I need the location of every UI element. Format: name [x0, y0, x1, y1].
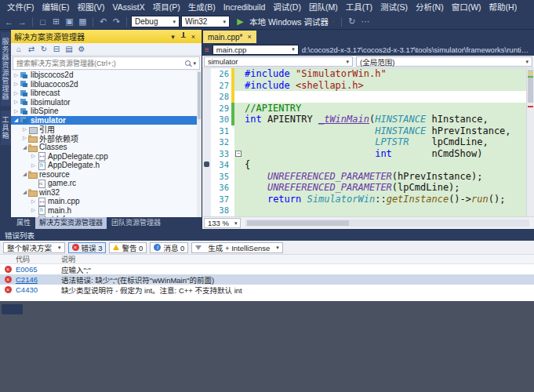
- menu-item-4[interactable]: 项目(P): [149, 0, 184, 14]
- tree-item-libsimulator[interactable]: ▷libsimulator: [11, 98, 202, 107]
- error-row-C4430[interactable]: ×C4430缺少类型说明符 - 假定为 int。注意: C++ 不支持默认 in…: [0, 285, 534, 295]
- code-line-31[interactable]: 31 HINSTANCE hPrevInstance,: [202, 125, 526, 137]
- breakpoint-margin[interactable]: [202, 114, 211, 125]
- breakpoint-margin[interactable]: [202, 68, 211, 80]
- error-code-cell[interactable]: E0065: [16, 265, 61, 274]
- breakpoint-margin[interactable]: [202, 91, 211, 103]
- redo-icon[interactable]: ↷: [111, 16, 122, 27]
- close-icon[interactable]: ×: [247, 33, 251, 41]
- editor-horizontal-scrollbar[interactable]: [245, 220, 529, 227]
- error-code-link[interactable]: E0065: [16, 265, 37, 274]
- breakpoint-margin[interactable]: [202, 148, 211, 160]
- expander-icon[interactable]: ▷: [30, 162, 37, 169]
- code-line-37[interactable]: 37 return SimulatorWin::getInstance()->r…: [202, 194, 526, 205]
- tree-item-game.rc[interactable]: game.rc: [11, 179, 202, 188]
- code-editor[interactable]: 26#include "SimulatorWin.h"27#include <s…: [202, 68, 534, 216]
- tree-item-main.h[interactable]: ▷main.h: [11, 206, 202, 216]
- open-file-icon[interactable]: ⊞: [50, 16, 62, 27]
- menu-item-10[interactable]: 测试(S): [376, 0, 412, 14]
- tree-item-AppDelegate.cpp[interactable]: ▷AppDelegate.cpp: [11, 152, 202, 162]
- code-line-29[interactable]: 29//APIENTRY: [202, 103, 526, 114]
- tree-item-libjscocos2d[interactable]: ▷libjscocos2d: [11, 71, 202, 80]
- menu-item-9[interactable]: 工具(T): [342, 0, 376, 14]
- code-line-32[interactable]: 32 LPTSTR lpCmdLine,: [202, 136, 526, 148]
- menu-item-8[interactable]: 团队(M): [305, 0, 342, 14]
- close-icon[interactable]: ×: [188, 33, 198, 41]
- expander-icon[interactable]: ◢: [21, 189, 28, 195]
- tree-item-main.cpp[interactable]: ▷main.cpp: [11, 197, 202, 206]
- menu-item-7[interactable]: 调试(D): [269, 0, 305, 14]
- expander-icon[interactable]: ▷: [30, 198, 37, 205]
- properties-icon[interactable]: ⚙: [76, 45, 87, 53]
- expander-icon[interactable]: ◢: [13, 117, 20, 123]
- navigate-back-icon[interactable]: ←: [3, 17, 15, 27]
- menu-item-3[interactable]: VAssistX: [108, 0, 148, 14]
- file-combo[interactable]: main.cpp ▾: [213, 45, 299, 55]
- expander-icon[interactable]: ▷: [30, 207, 37, 213]
- expander-icon[interactable]: ▷: [21, 135, 28, 141]
- description-column-header[interactable]: 说明: [61, 254, 534, 264]
- solution-explorer-header[interactable]: 解决方案资源管理器 ▾ ×: [11, 30, 202, 43]
- solution-platform-combo[interactable]: Win32 ▾: [181, 16, 230, 27]
- menu-item-11[interactable]: 分析(N): [412, 0, 448, 14]
- error-code-cell[interactable]: C4430: [16, 285, 61, 294]
- more-commands-icon[interactable]: ⋯: [359, 16, 371, 27]
- code-line-38[interactable]: 38: [202, 205, 526, 216]
- breakpoint-margin[interactable]: [202, 182, 211, 194]
- expander-icon[interactable]: ◢: [21, 144, 28, 151]
- tree-item-win32[interactable]: ◢win32: [11, 188, 202, 198]
- code-line-30[interactable]: 30int APIENTRY _tWinMain(HINSTANCE hInst…: [202, 114, 526, 125]
- code-column-header[interactable]: 代码: [16, 254, 61, 264]
- scrollbar-thumb[interactable]: [247, 220, 349, 226]
- expander-icon[interactable]: ▷: [13, 81, 20, 87]
- chevron-down-icon[interactable]: ▾: [193, 60, 196, 67]
- save-all-icon[interactable]: ▦: [77, 16, 89, 27]
- tool-window-tab-0[interactable]: 服务器资源管理器: [1, 32, 11, 106]
- tree-item-librecast[interactable]: ▷librecast: [11, 89, 202, 98]
- expander-icon[interactable]: ▷: [13, 72, 20, 78]
- editor-vertical-scrollbar[interactable]: [526, 68, 534, 216]
- project-combo[interactable]: simulator ▾: [204, 56, 353, 67]
- zoom-combo[interactable]: 133 % ▾: [204, 218, 241, 228]
- bottom-tab-1[interactable]: 解决方案资源管理器: [35, 216, 107, 229]
- collapse-all-icon[interactable]: ⊟: [51, 45, 62, 53]
- expander-icon[interactable]: ▷: [30, 153, 37, 159]
- document-tab-main-cpp[interactable]: main.cpp* ×: [203, 31, 256, 43]
- menu-item-6[interactable]: Incredibuild: [220, 0, 270, 14]
- expander-icon[interactable]: ▷: [21, 126, 28, 132]
- refresh-icon[interactable]: ↻: [346, 16, 358, 27]
- warnings-filter-button[interactable]: 警告 0: [109, 242, 147, 253]
- code-line-26[interactable]: 26#include "SimulatorWin.h": [202, 68, 526, 80]
- error-source-combo[interactable]: 生成 + IntelliSense ▾: [191, 242, 282, 253]
- error-scope-combo[interactable]: 整个解决方案 ▾: [3, 242, 65, 253]
- breakpoint-margin[interactable]: [202, 159, 211, 171]
- breakpoint-margin[interactable]: [202, 103, 211, 114]
- expander-icon[interactable]: ▷: [30, 216, 37, 217]
- tree-scrollbar[interactable]: [197, 71, 202, 217]
- bottom-tab-0[interactable]: 属性: [13, 216, 35, 229]
- breakpoint-margin[interactable]: [202, 205, 211, 216]
- menu-item-13[interactable]: 帮助(H): [485, 0, 521, 14]
- refresh-icon[interactable]: ↻: [38, 45, 49, 53]
- errors-filter-button[interactable]: × 错误 3: [68, 242, 107, 253]
- solution-search-box[interactable]: ▾: [13, 56, 200, 70]
- scrollbar-thumb[interactable]: [528, 70, 533, 103]
- menu-item-1[interactable]: 编辑(E): [38, 0, 73, 14]
- scope-combo[interactable]: (全局范围) ▾: [356, 56, 532, 67]
- solution-configuration-combo[interactable]: Debug ▾: [131, 16, 180, 27]
- save-icon[interactable]: ▣: [64, 16, 75, 27]
- tree-item-外部依赖项[interactable]: ▷外部依赖项: [11, 134, 202, 143]
- new-file-icon[interactable]: □: [37, 17, 49, 27]
- tree-item-引用[interactable]: ▷引用: [11, 125, 202, 134]
- error-code-link[interactable]: C2146: [16, 275, 38, 284]
- tree-item-simulator[interactable]: ◢simulator: [11, 116, 202, 125]
- bottom-tab-2[interactable]: 团队资源管理器: [107, 216, 165, 229]
- menu-item-12[interactable]: 窗口(W): [448, 0, 485, 14]
- tree-item-resource[interactable]: ◢resource: [11, 170, 202, 180]
- navigate-forward-icon[interactable]: →: [16, 17, 28, 27]
- pin-icon[interactable]: [178, 32, 188, 41]
- va-menu-icon[interactable]: ≡: [205, 45, 209, 54]
- show-all-files-icon[interactable]: ▤: [64, 45, 74, 53]
- expander-icon[interactable]: ◢: [21, 171, 28, 177]
- code-line-36[interactable]: 36 UNREFERENCED_PARAMETER(lpCmdLine);: [202, 182, 526, 194]
